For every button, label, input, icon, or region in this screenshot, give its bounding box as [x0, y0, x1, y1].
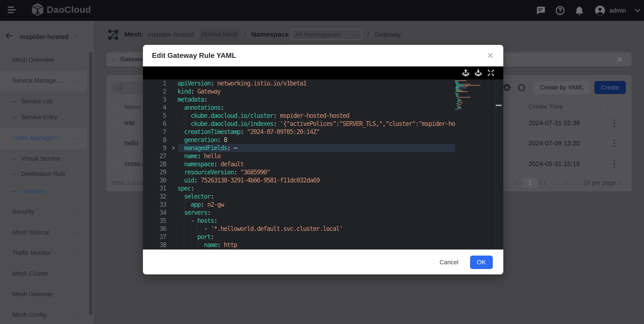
editor-line: 5 ckube.daocloud.io/cluster: mspider-hos…: [143, 112, 455, 120]
table-refresh-icon[interactable]: [517, 83, 526, 92]
help-icon[interactable]: [555, 6, 565, 16]
table-settings-gear-icon[interactable]: [502, 83, 512, 92]
sidebar-item-security[interactable]: Security: [0, 202, 86, 222]
row-actions-kebab-icon[interactable]: [614, 140, 615, 147]
line-number: 32: [143, 192, 166, 200]
sidebar-item-mesh-overview[interactable]: Mesh Overview: [0, 50, 86, 71]
user-name[interactable]: admin: [610, 7, 626, 14]
sidebar-item-mesh-cluster[interactable]: Mesh Cluster: [0, 264, 86, 284]
pagination-prev-icon[interactable]: [515, 180, 519, 186]
sidebar-item-label: Service Entry: [21, 114, 58, 121]
mesh-label: Mesh:: [124, 30, 144, 38]
minimap-code-line: [460, 101, 462, 102]
row-actions-kebab-icon[interactable]: [614, 160, 615, 168]
sidebar-item-label: Mesh Sidecar: [12, 229, 49, 236]
topbar: DaoCloud admin: [0, 0, 644, 21]
table-header-column-divider: [604, 102, 604, 113]
minimap-code-line: [457, 105, 458, 106]
fold-chevron-right-icon[interactable]: [171, 146, 176, 150]
minimap-code-line: [455, 109, 457, 110]
cancel-button[interactable]: Cancel: [440, 259, 458, 266]
select-all-checkbox[interactable]: [112, 104, 119, 111]
upload-icon[interactable]: [462, 69, 470, 77]
hosted-mesh-badge: Hosted Mesh: [200, 28, 239, 40]
app-root: DaoCloud admin mspider-hosted: [0, 0, 644, 324]
line-number: 30: [143, 176, 166, 184]
download-icon[interactable]: [474, 69, 482, 77]
hamburger-menu-icon[interactable]: [8, 6, 16, 14]
back-arrow-icon[interactable]: [6, 33, 12, 38]
code-text: managedFields: ⋯: [178, 144, 237, 152]
editor-line: 1apiVersion: networking.istio.io/v1beta1: [143, 80, 455, 88]
row-actions-kebab-icon[interactable]: [614, 120, 615, 127]
pagination-next-icon[interactable]: [564, 180, 568, 186]
bell-icon[interactable]: [574, 5, 585, 16]
minimap-code-line: [457, 102, 458, 102]
sidebar-item-traffic-monitor[interactable]: Traffic Monitor: [0, 243, 86, 264]
pagination-current-page[interactable]: 1: [522, 178, 538, 188]
cell-create-time: 2024-07-09 13:20: [528, 140, 580, 147]
yaml-code-editor[interactable]: 1apiVersion: networking.istio.io/v1beta1…: [143, 80, 503, 250]
line-number: 34: [143, 209, 166, 217]
row-checkbox[interactable]: [112, 140, 119, 147]
editor-line: 29 resourceVersion: "3685990": [143, 168, 455, 176]
minimap-code-line: [460, 107, 461, 108]
create-by-yaml-button[interactable]: Create by YAML: [534, 81, 590, 94]
editor-line: 31spec:: [143, 184, 455, 192]
minimap-code-line: [458, 108, 460, 109]
sidebar-mesh-name[interactable]: mspider-hosted: [20, 33, 69, 40]
chevron-down-icon: [75, 210, 79, 214]
chat-icon[interactable]: [536, 6, 546, 16]
minimap-code-line: [456, 96, 456, 97]
line-number: 2: [143, 88, 166, 96]
minimap-code-line: [456, 84, 464, 84]
code-text: servers:: [178, 209, 210, 217]
collapse-bar-label: Gateway: [120, 56, 146, 63]
sidebar-item-gateway[interactable]: Gateway: [0, 181, 86, 202]
sidebar-mesh-chevron-icon[interactable]: [74, 35, 79, 38]
user-chevron-down-icon[interactable]: [634, 8, 640, 12]
minimap-code-line: [458, 107, 459, 108]
row-checkbox[interactable]: [112, 160, 119, 168]
sidebar-item-traffic-managem[interactable]: Traffic Managem...: [0, 128, 86, 149]
minimap-code-line: [455, 92, 456, 93]
page-size-select[interactable]: 10 per page: [577, 178, 626, 188]
create-button[interactable]: Create: [594, 81, 626, 94]
fullscreen-icon[interactable]: [487, 69, 495, 77]
sidebar-item-mesh-gateway[interactable]: Mesh Gateway: [0, 284, 86, 305]
row-checkbox[interactable]: [112, 120, 119, 127]
line-number: 9: [143, 144, 166, 152]
daocloud-logo-text[interactable]: DaoCloud: [47, 4, 91, 15]
daocloud-logo-icon[interactable]: [32, 3, 44, 16]
minimap-code-line: [457, 89, 459, 89]
editor-minimap[interactable]: [455, 80, 495, 250]
line-number: 27: [143, 152, 166, 160]
collapse-bar-close-icon[interactable]: [617, 56, 623, 62]
line-number: 38: [143, 241, 166, 249]
sidebar-item-service-entry[interactable]: Service Entry: [0, 107, 86, 128]
avatar-icon[interactable]: [595, 5, 606, 16]
editor-line: 2kind: Gateway: [143, 88, 455, 96]
code-text: ckube.daocloud.io/cluster: mspider-hoste…: [178, 112, 349, 120]
minimap-code-line: [460, 100, 461, 100]
sidebar-scrollbar[interactable]: [89, 52, 92, 315]
sidebar-item-service-manage[interactable]: Service Manage...: [0, 70, 86, 92]
minimap-code-line: [455, 80, 458, 81]
code-text: ckube.daocloud.io/indexes: '{"activePoli…: [178, 120, 455, 128]
page-size-chevron-icon: [618, 182, 622, 185]
minimap-code-line: [456, 88, 460, 88]
minimap-code-line: [456, 94, 457, 95]
column-header-create-time: Create Time: [528, 103, 563, 110]
dialog-title: Edit Gateway Rule YAML: [152, 52, 236, 60]
dialog-close-icon[interactable]: [487, 52, 494, 59]
namespace-select[interactable]: All Namespaces: [291, 29, 362, 40]
editor-line: 33 app: n2-gw: [143, 200, 455, 209]
line-number: 28: [143, 160, 166, 168]
sidebar-item-mesh-sidecar[interactable]: Mesh Sidecar: [0, 222, 86, 244]
mesh-icon: [108, 30, 118, 40]
ok-button[interactable]: OK: [470, 256, 493, 269]
sidebar-item-mesh-config[interactable]: Mesh Config: [0, 305, 86, 324]
sidebar: mspider-hosted Mesh OverviewService Mana…: [0, 21, 94, 324]
line-number: 31: [143, 184, 166, 192]
minimap-code-line: [456, 86, 461, 86]
